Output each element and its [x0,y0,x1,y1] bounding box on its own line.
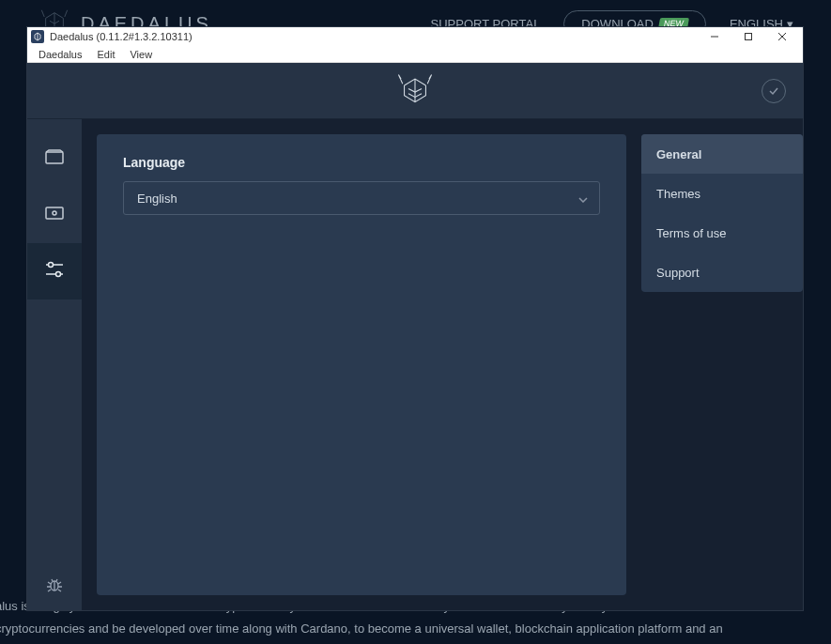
settings-nav-general[interactable]: General [641,134,803,174]
bug-icon [46,576,63,597]
footer-line-2: cryptocurrencies and be developed over t… [0,618,831,639]
chevron-down-icon [578,192,588,206]
transaction-icon [45,207,64,223]
sidebar-wallets[interactable] [27,130,82,187]
close-button[interactable] [765,27,799,46]
window-title: Daedalus (0.11.2#1.3.2.10311) [50,31,698,42]
language-select-value: English [137,192,177,206]
sidebar-settings[interactable] [27,243,82,299]
sidebar-bug-report[interactable] [27,563,82,610]
daedalus-app-window: Daedalus (0.11.2#1.3.2.10311) Daedalus E… [26,26,804,611]
svg-rect-1 [746,34,752,40]
svg-point-6 [53,211,56,215]
svg-point-10 [56,272,61,277]
menu-view[interactable]: View [122,48,160,61]
window-menubar: Daedalus Edit View [27,46,803,63]
sidebar-spacer [27,299,82,563]
sidebar-transactions[interactable] [27,187,82,243]
app-header [27,63,803,119]
svg-rect-4 [46,152,63,163]
menu-daedalus[interactable]: Daedalus [31,48,89,61]
sync-status-button[interactable] [762,79,786,103]
settings-nav-support[interactable]: Support [641,253,803,292]
app-main: Language English General Themes Terms of… [27,119,803,610]
language-label: Language [123,155,600,170]
settings-icon [45,261,64,282]
menu-edit[interactable]: Edit [89,48,122,61]
svg-rect-5 [46,207,63,219]
minimize-button[interactable] [698,27,731,46]
wallet-icon [45,149,64,168]
settings-panel: Language English [97,134,626,595]
app-body: Language English General Themes Terms of… [27,63,803,610]
content-area: Language English General Themes Terms of… [82,119,803,610]
svg-point-7 [49,263,54,268]
sidebar [27,119,82,610]
settings-nav: General Themes Terms of use Support [641,134,803,292]
settings-nav-themes[interactable]: Themes [641,174,803,213]
window-controls [698,27,799,46]
daedalus-header-logo-icon [394,70,436,112]
language-select[interactable]: English [123,181,600,215]
settings-nav-terms[interactable]: Terms of use [641,213,803,253]
window-titlebar: Daedalus (0.11.2#1.3.2.10311) [27,27,803,46]
app-icon [31,30,44,43]
maximize-button[interactable] [731,27,765,46]
